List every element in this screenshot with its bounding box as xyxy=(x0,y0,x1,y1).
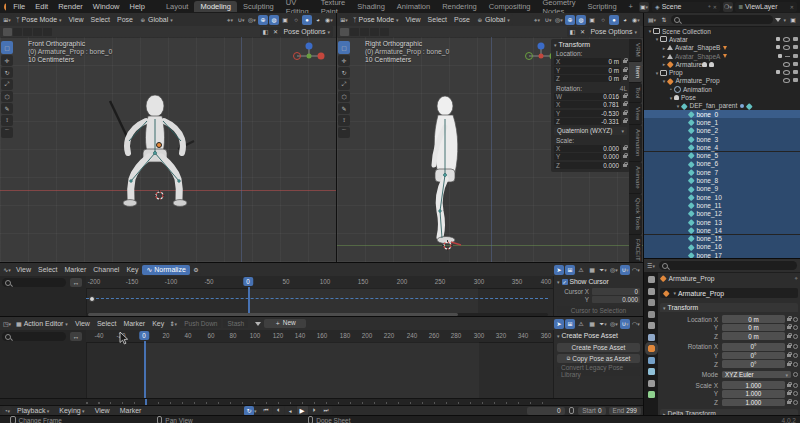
shading-material-icon[interactable]: ◕ xyxy=(620,15,630,25)
push-down-button[interactable]: Push Down xyxy=(180,319,221,328)
tool-settings-clear-icon[interactable]: ✕ xyxy=(577,27,587,37)
select-mode-option-1[interactable] xyxy=(13,28,22,36)
animate-property-icon[interactable] xyxy=(793,317,798,322)
outliner-row-bone_8[interactable]: bone_8 xyxy=(644,176,800,184)
outliner-row-bone_11[interactable]: bone_11 xyxy=(644,201,800,209)
select-mode-option-2[interactable] xyxy=(23,28,32,36)
object-origin-dot[interactable] xyxy=(156,142,162,148)
keyframe-point[interactable] xyxy=(89,296,95,302)
filter-icon[interactable] xyxy=(775,18,781,22)
orientation-selector[interactable]: 🜨Global▾ xyxy=(137,14,176,25)
magnet-icon[interactable]: ∪▾ xyxy=(620,319,630,329)
shading-rendered-icon[interactable]: ◉▾ xyxy=(324,15,334,25)
show-cursor-panel-header[interactable]: ▾ ✓ Show Cursor xyxy=(557,278,640,285)
lock-icon[interactable] xyxy=(623,103,627,106)
playback-menu-keying[interactable]: Keying ▾ xyxy=(54,407,89,414)
close-icon[interactable]: ✕ xyxy=(790,4,794,10)
show-cursor-checkbox[interactable]: ✓ xyxy=(562,279,568,285)
new-action-button[interactable]: ＋ New xyxy=(264,319,306,328)
select-mode-option-3[interactable] xyxy=(370,28,379,36)
xray-toggle-icon[interactable]: ▣ xyxy=(587,15,597,25)
properties-tab-tool-icon[interactable] xyxy=(648,276,655,283)
lock-icon[interactable] xyxy=(623,147,627,150)
sidebar-tab-animate[interactable]: Animate xyxy=(629,162,642,194)
outliner-sync-icon[interactable]: ⇅ xyxy=(659,15,669,25)
lock-icon[interactable] xyxy=(787,345,791,348)
graph-editor-icon[interactable]: ∿▾ xyxy=(2,265,12,275)
eye-icon[interactable] xyxy=(783,45,790,50)
properties-search-input[interactable] xyxy=(659,261,797,270)
cursor-tool-icon[interactable]: ✛ xyxy=(1,55,13,66)
properties-tab-world-icon[interactable] xyxy=(648,334,655,341)
lock-icon[interactable] xyxy=(623,164,627,167)
select-tweak-icon[interactable]: ➤ xyxy=(554,265,564,275)
properties-tab-scene-icon[interactable] xyxy=(648,322,655,329)
properties-tab-modifiers-icon[interactable] xyxy=(648,357,655,364)
scale-y-field[interactable]: Y0.000 xyxy=(554,153,621,160)
camera-icon[interactable] xyxy=(793,70,798,74)
lock-icon[interactable] xyxy=(787,318,791,321)
expand-channels-button[interactable]: ↔ xyxy=(70,332,82,341)
proportional-edit-icon[interactable]: ◠▾ xyxy=(631,319,641,329)
checkbox-icon[interactable] xyxy=(776,45,780,49)
dope-channels-region[interactable]: ↔ xyxy=(0,330,87,399)
pose-options-dropdown[interactable]: Pose Options▾ xyxy=(587,26,640,37)
tool-settings-icon[interactable]: ◧ xyxy=(260,27,270,37)
select-tweak-icon[interactable]: ➤ xyxy=(554,319,564,329)
camera-icon[interactable] xyxy=(793,78,798,82)
measure-tool-icon[interactable]: ⌒ xyxy=(1,127,13,138)
lock-icon[interactable] xyxy=(623,77,627,80)
workspace-tab-scripting[interactable]: Scripting xyxy=(581,1,622,12)
rotation-w-field[interactable]: W0.016 xyxy=(554,93,621,100)
properties-tab-render-icon[interactable] xyxy=(648,288,655,295)
playback-menu-playback[interactable]: Playback ▾ xyxy=(12,407,54,414)
gizmo-y-axis[interactable] xyxy=(307,54,312,59)
outliner-row-bone_5[interactable]: bone_5 xyxy=(644,152,800,160)
transform-tool-icon[interactable]: ✎ xyxy=(338,103,350,114)
mode-selector[interactable]: ᛉPose Mode▾ xyxy=(350,14,402,25)
shading-rendered-icon[interactable]: ◉▾ xyxy=(631,15,641,25)
channel-search-input[interactable] xyxy=(2,332,66,341)
sidebar-tab-item[interactable]: Item xyxy=(629,62,642,83)
sidebar-tab-tool[interactable]: Tool xyxy=(629,83,642,103)
browse-action-icon[interactable]: ⇕▾ xyxy=(168,319,178,329)
properties-tab-object-icon[interactable] xyxy=(648,345,655,352)
dope-menu-marker[interactable]: Marker xyxy=(120,320,148,327)
playback-menu-marker[interactable]: Marker xyxy=(115,407,147,414)
outliner-row-bone_15[interactable]: bone_15 xyxy=(644,235,800,243)
animate-property-icon[interactable] xyxy=(793,400,798,405)
stash-button[interactable]: Stash xyxy=(223,319,248,328)
animate-property-icon[interactable] xyxy=(793,383,798,388)
measure-tool-icon[interactable]: ⌒ xyxy=(338,127,350,138)
animate-property-icon[interactable] xyxy=(793,353,798,358)
animate-property-icon[interactable] xyxy=(793,391,798,396)
current-frame-indicator[interactable]: 0 xyxy=(243,277,253,286)
outliner-row-bone_12[interactable]: bone_12 xyxy=(644,210,800,218)
outliner-row-bone_14[interactable]: bone_14 xyxy=(644,226,800,234)
gizmo-x-axis[interactable] xyxy=(539,54,544,59)
transform-panel-header[interactable]: ▾ Transform xyxy=(554,41,627,48)
playback-sync-icon[interactable]: ↻ xyxy=(244,406,254,416)
snap-target-icon[interactable]: ◎▾ xyxy=(609,319,619,329)
camera-icon[interactable] xyxy=(793,37,798,41)
proportional-edit-icon[interactable]: ◎▾ xyxy=(554,15,564,25)
blender-logo-icon[interactable] xyxy=(3,2,6,12)
sidebar-tab-view[interactable]: View xyxy=(629,103,642,125)
gizmo-z-axis[interactable] xyxy=(538,43,545,50)
lock-icon[interactable] xyxy=(787,384,791,387)
magnet-icon[interactable]: ∪▾ xyxy=(620,265,630,275)
scene-field[interactable]: ◈ Scene ⌖ ✕ xyxy=(652,2,720,12)
property-field-location-x[interactable]: 0 m xyxy=(722,315,785,323)
outliner-row-avatar_shapea[interactable]: ▸Avatar_ShapeA xyxy=(644,52,800,60)
playback-menu-view[interactable]: View xyxy=(90,407,115,414)
filter-icon[interactable]: ⏷▾ xyxy=(598,265,608,275)
lock-icon[interactable] xyxy=(787,363,791,366)
graph-menu-select[interactable]: Select xyxy=(35,266,60,273)
viewport-menu-pose[interactable]: Pose xyxy=(114,16,136,23)
shading-solid-icon[interactable]: ● xyxy=(609,15,619,25)
lock-icon[interactable] xyxy=(623,60,627,63)
workspace-tab-sculpting[interactable]: Sculpting xyxy=(237,1,280,12)
properties-tab-object-data-icon[interactable] xyxy=(648,391,655,398)
workspace-tab-rendering[interactable]: Rendering xyxy=(436,1,483,12)
graph-menu-marker[interactable]: Marker xyxy=(62,266,90,273)
